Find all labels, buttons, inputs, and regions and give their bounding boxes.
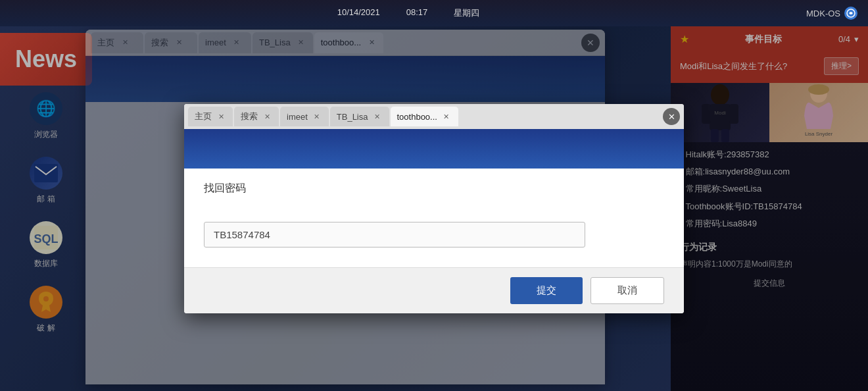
taskbar-time: 08:17	[406, 7, 428, 19]
modal-tab-tb-lisa-label: TB_Lisa	[337, 112, 368, 122]
modal-tab-home[interactable]: 主页 ✕	[188, 107, 233, 126]
modal-tab-home-label: 主页	[195, 111, 212, 122]
desktop: News 🌐 浏览器 邮 箱 SQL 数据库 破 解	[0, 26, 868, 391]
modal-tab-toothboo-close[interactable]: ✕	[441, 111, 452, 122]
taskbar: 10/14/2021 08:17 星期四 MDK-OS	[0, 0, 868, 26]
modal-tab-toothboo-label: toothboo...	[397, 112, 437, 122]
password-recovery-modal: 主页 ✕ 搜索 ✕ imeet ✕ TB_Lisa ✕ toothboo... …	[184, 104, 684, 313]
taskbar-date: 10/14/2021	[337, 7, 380, 19]
modal-tab-imeet-close[interactable]: ✕	[312, 111, 322, 122]
modal-title: 找回密码	[204, 182, 664, 195]
taskbar-center: 10/14/2021 08:17 星期四	[337, 7, 480, 19]
modal-tab-home-close[interactable]: ✕	[216, 111, 226, 122]
modal-tab-tb-lisa[interactable]: TB_Lisa ✕	[330, 107, 389, 126]
submit-button[interactable]: 提交	[510, 277, 583, 304]
modal-tab-toothboo[interactable]: toothboo... ✕	[391, 107, 458, 126]
modal-tab-search-label: 搜索	[241, 111, 258, 122]
taskbar-mdk: MDK-OS	[806, 7, 857, 20]
cancel-button[interactable]: 取消	[591, 277, 664, 304]
modal-tab-imeet[interactable]: imeet ✕	[280, 107, 329, 126]
modal-tab-search-close[interactable]: ✕	[262, 111, 272, 122]
mdk-logo	[844, 7, 857, 20]
modal-close-button[interactable]: ✕	[663, 108, 680, 125]
modal-tab-imeet-label: imeet	[287, 112, 308, 122]
modal-input-wrapper	[204, 222, 664, 248]
modal-tab-search[interactable]: 搜索 ✕	[234, 107, 279, 126]
modal-header-band	[184, 129, 684, 169]
modal-footer: 提交 取消	[184, 267, 684, 313]
taskbar-weekday: 星期四	[454, 7, 479, 19]
modal-tab-tb-lisa-close[interactable]: ✕	[372, 111, 383, 122]
modal-tabs: 主页 ✕ 搜索 ✕ imeet ✕ TB_Lisa ✕ toothboo... …	[184, 104, 684, 129]
os-label: MDK-OS	[806, 9, 840, 18]
password-recovery-input[interactable]	[204, 222, 585, 248]
taskbar-right: MDK-OS	[806, 7, 857, 20]
modal-content-area: 找回密码	[184, 169, 684, 267]
